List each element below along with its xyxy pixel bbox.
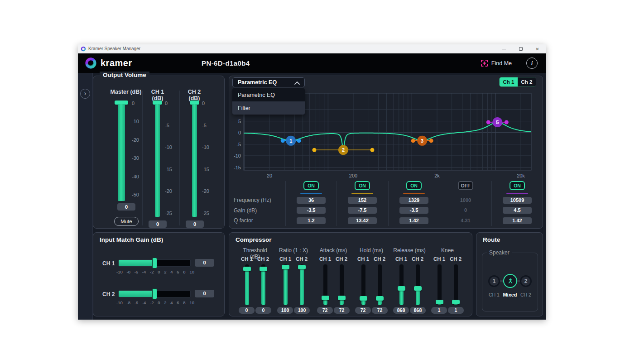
eq-node-5-q-handle-right[interactable] <box>505 120 509 125</box>
compressor-ch1-value[interactable]: 0 <box>239 307 255 314</box>
ch2-label: CH 2 (dB) <box>182 89 207 101</box>
compressor-ch2-slider[interactable] <box>298 264 306 305</box>
slider-handle[interactable] <box>414 286 422 291</box>
speaker-group: Speaker 1 2 CH 1 Mixed CH 2 <box>482 253 538 311</box>
compressor-ch2-value[interactable]: 100 <box>294 307 310 314</box>
compressor-ch1-value[interactable]: 868 <box>393 307 409 314</box>
compressor-ch2-slider[interactable] <box>452 264 460 305</box>
eq-band-3-q[interactable]: 1.42 <box>399 217 428 224</box>
eq-node-5-q-handle-left[interactable] <box>486 120 490 125</box>
ch1-fader-bar[interactable] <box>155 104 160 217</box>
channel-toggle-ch1[interactable]: Ch 1 <box>500 77 518 86</box>
compressor-ch2-value[interactable]: 868 <box>410 307 426 314</box>
minimize-button[interactable] <box>495 44 512 53</box>
eq-band-3-gain[interactable]: -3.5 <box>399 207 428 214</box>
info-button[interactable]: i <box>526 57 538 69</box>
slider-handle[interactable] <box>376 296 384 301</box>
eq-band-5-column: ON 10509 4.5 1.42 <box>502 181 533 226</box>
route-mixed-button[interactable] <box>503 274 517 288</box>
eq-band-2-power-button[interactable]: ON <box>355 181 370 190</box>
eq-band-1-frequency[interactable]: 36 <box>297 197 326 204</box>
slider-handle[interactable] <box>298 265 306 269</box>
channel-toggle-ch2[interactable]: Ch 2 <box>518 77 536 86</box>
compressor-ch2-value[interactable]: 72 <box>334 307 350 314</box>
compressor-ch2-slider[interactable] <box>376 264 384 305</box>
compressor-ch1-slider[interactable] <box>322 264 329 305</box>
mute-button[interactable]: Mute <box>114 217 139 226</box>
compressor-ch1-value[interactable]: 100 <box>277 307 293 314</box>
slider-handle[interactable] <box>260 267 267 271</box>
slider-handle[interactable] <box>322 296 329 300</box>
eq-band-4-column: OFF 1000 0 4.31 <box>450 181 481 226</box>
input-match-gain-panel: Input Match Gain (dB) CH 1 0 -10-8 -6-4 … <box>93 232 225 316</box>
ch1-value[interactable]: 0 <box>149 220 167 228</box>
img-ch1-handle[interactable] <box>152 258 157 268</box>
eq-band-1-power-button[interactable]: ON <box>303 181 319 190</box>
compressor-ch2-value[interactable]: 72 <box>372 307 388 314</box>
eq-band-3-frequency[interactable]: 1329 <box>399 197 428 204</box>
slider-handle[interactable] <box>282 265 289 269</box>
slider-handle[interactable] <box>398 286 405 291</box>
master-fader-bar[interactable] <box>118 104 125 201</box>
eq-band-4-power-button[interactable]: OFF <box>458 181 473 190</box>
compressor-ch1-value[interactable]: 72 <box>355 307 371 314</box>
close-button[interactable]: ✕ <box>529 44 546 53</box>
merge-icon <box>507 278 514 285</box>
divider <box>337 181 337 226</box>
eq-band-5-frequency[interactable]: 10509 <box>503 197 532 204</box>
compressor-ch2-slider[interactable] <box>260 264 267 305</box>
compressor-ch2-slider[interactable] <box>414 264 422 305</box>
compressor-ch1-slider[interactable] <box>282 264 289 305</box>
eq-band-5-q[interactable]: 1.42 <box>503 217 532 224</box>
img-ch2-value[interactable]: 0 <box>195 290 214 297</box>
menu-item-filter[interactable]: Filter <box>232 101 305 115</box>
master-value[interactable]: 0 <box>117 203 135 211</box>
compressor-ch1-slider[interactable] <box>243 264 251 305</box>
eq-band-2-q[interactable]: 13.42 <box>348 217 377 224</box>
eq-band-4-q[interactable]: 4.31 <box>451 217 480 224</box>
compressor-ch2-value[interactable]: 1 <box>448 307 464 314</box>
slider-handle[interactable] <box>452 300 460 304</box>
compressor-group-4: Hold (ms)CH 1CH 27272 <box>354 245 389 316</box>
compressor-ch2-slider[interactable] <box>338 264 346 305</box>
svg-text:-15: -15 <box>234 165 241 170</box>
ch2-fader-bar[interactable] <box>192 104 197 217</box>
eq-band-2-gain[interactable]: -7.5 <box>348 207 377 214</box>
expand-panel-button[interactable]: › <box>80 89 90 99</box>
eq-node-3-q-handle-right[interactable] <box>429 139 433 143</box>
img-ch2-slider[interactable] <box>118 290 191 297</box>
find-me-button[interactable]: Find Me <box>481 53 512 73</box>
ch2-value[interactable]: 0 <box>186 220 204 228</box>
eq-band-5-power-button[interactable]: ON <box>510 181 525 190</box>
slider-handle[interactable] <box>436 300 443 304</box>
compressor-ch1-slider[interactable] <box>436 264 443 305</box>
eq-node-1-q-handle-right[interactable] <box>297 139 301 143</box>
compressor-ch2-value[interactable]: 0 <box>255 307 271 314</box>
eq-band-2-frequency[interactable]: 152 <box>348 197 377 204</box>
eq-node-3-q-handle-left[interactable] <box>411 139 415 143</box>
img-ch1-slider[interactable] <box>118 259 191 267</box>
eq-band-3-power-button[interactable]: ON <box>406 181 422 190</box>
img-ch1-value[interactable]: 0 <box>195 259 214 267</box>
compressor-ch1-value[interactable]: 1 <box>431 307 447 314</box>
eq-node-2-q-handle-left[interactable] <box>312 148 316 152</box>
eq-band-1-gain[interactable]: -3.5 <box>297 207 326 214</box>
compressor-ch1-slider[interactable] <box>360 264 367 305</box>
img-ch2-handle[interactable] <box>152 288 157 299</box>
eq-node-1-q-handle-left[interactable] <box>281 139 285 143</box>
compressor-ch1-value[interactable]: 72 <box>317 307 333 314</box>
eq-band-4-frequency[interactable]: 1000 <box>451 197 480 204</box>
eq-band-5-gain[interactable]: 4.5 <box>503 207 532 214</box>
eq-band-1-q[interactable]: 1.2 <box>297 217 326 224</box>
route-ch1-button[interactable]: 1 <box>488 275 500 287</box>
menu-item-parametric-eq[interactable]: Parametric EQ <box>232 88 305 101</box>
slider-handle[interactable] <box>338 296 346 300</box>
maximize-button[interactable] <box>512 44 529 53</box>
compressor-ch1-slider[interactable] <box>398 264 405 305</box>
route-ch2-button[interactable]: 2 <box>520 275 532 287</box>
eq-node-2-q-handle-right[interactable] <box>370 148 374 152</box>
eq-mode-dropdown[interactable]: Parametric EQ <box>232 77 305 87</box>
eq-band-4-gain[interactable]: 0 <box>451 207 480 214</box>
slider-handle[interactable] <box>360 296 367 301</box>
slider-handle[interactable] <box>243 267 251 271</box>
